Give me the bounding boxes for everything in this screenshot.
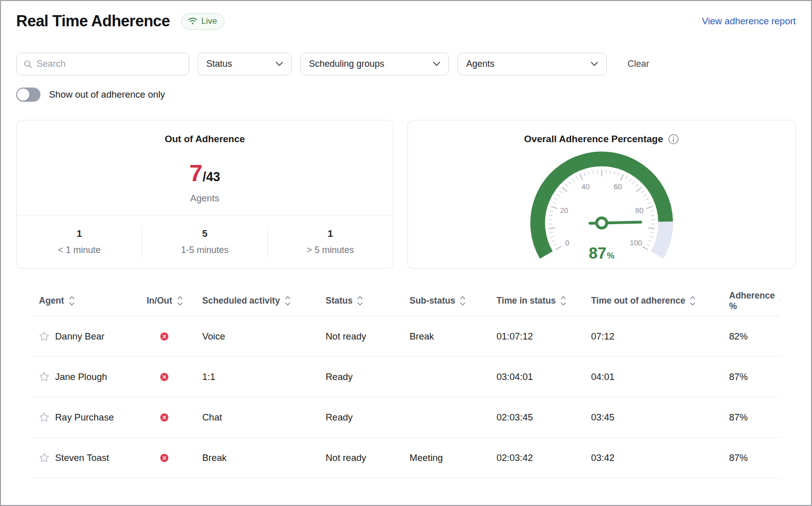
svg-text:0: 0 [565,239,569,247]
adherence-pct-cell: 87% [729,452,781,463]
table-header-row: Agent In/Out Scheduled activity Status S… [31,286,781,316]
breakdown-label: > 5 minutes [268,245,393,256]
adherence-pct-cell: 87% [729,371,781,383]
live-badge-label: Live [201,16,217,26]
adherence-gauge: 02040608010087% [525,146,678,263]
time-in-status-cell: 02:03:45 [497,412,591,423]
favorite-star-icon[interactable] [39,412,50,423]
info-icon[interactable] [668,134,679,145]
table-row: Danny Bear Voice Not ready Break 01:07:1… [31,316,781,357]
breakdown-label: 1-5 minutes [142,245,267,256]
agent-name: Steven Toast [55,452,109,463]
column-header-scheduled-activity[interactable]: Scheduled activity [202,296,326,306]
search-input[interactable] [37,59,182,69]
breakdown-over-5-minutes: 1 > 5 minutes [268,228,393,256]
agent-cell: Ray Purchase [39,412,147,423]
page-header: Real Time Adherence Live View adherence … [16,12,796,30]
svg-text:100: 100 [630,239,642,247]
agents-filter-label: Agents [466,59,494,69]
favorite-star-icon[interactable] [39,452,50,463]
summary-cards: Out of Adherence 7/43 Agents 1 < 1 minut… [16,120,796,269]
out-of-adherence-count-row: 7/43 [17,159,393,187]
chevron-down-icon [276,62,283,66]
sort-icon [460,296,466,306]
time-out-of-adherence-cell: 03:42 [591,452,729,463]
search-input-wrapper [16,53,189,75]
status-cell: Not ready [326,331,410,342]
status-cell: Not ready [326,452,410,463]
scheduled-activity-cell: Break [202,452,326,463]
out-of-adherence-icon [160,413,168,421]
agent-cell: Jane Plough [39,371,147,383]
out-of-adherence-summary: Out of Adherence 7/43 Agents [17,120,393,215]
show-out-of-adherence-toggle[interactable] [16,88,40,102]
out-of-adherence-title: Out of Adherence [17,134,393,145]
out-of-adherence-icon [160,373,168,381]
in-out-cell [147,413,202,421]
out-of-adherence-unit: Agents [17,193,393,204]
wifi-icon [188,17,198,25]
out-of-adherence-card: Out of Adherence 7/43 Agents 1 < 1 minut… [16,120,393,269]
scheduling-groups-filter-label: Scheduling groups [309,59,384,69]
time-out-of-adherence-cell: 04:01 [591,371,729,383]
out-of-adherence-total: /43 [203,170,220,184]
chevron-down-icon [433,62,440,66]
sort-icon [177,296,183,306]
svg-text:60: 60 [614,183,622,191]
search-icon [24,60,32,69]
status-cell: Ready [326,412,410,423]
sort-icon [285,296,291,306]
column-header-status[interactable]: Status [326,296,410,306]
svg-text:20: 20 [560,206,568,215]
agent-cell: Danny Bear [39,331,147,342]
adherence-toggle-row: Show out of adherence only [16,88,796,102]
agent-name: Jane Plough [55,371,107,383]
toggle-label: Show out of adherence only [49,89,165,100]
column-header-time-out-of-adherence[interactable]: Time out of adherence [591,296,729,306]
sort-icon [560,296,566,306]
status-filter-dropdown[interactable]: Status [198,53,292,75]
column-header-agent[interactable]: Agent [39,296,147,306]
breakdown-value: 5 [142,228,267,239]
real-time-adherence-page: Real Time Adherence Live View adherence … [1,1,811,478]
scheduled-activity-cell: Chat [202,412,326,423]
scheduling-groups-filter-dropdown[interactable]: Scheduling groups [300,53,449,75]
breakdown-label: < 1 minute [17,245,142,256]
breakdown-value: 1 [17,228,142,239]
scheduled-activity-cell: 1:1 [202,371,326,383]
status-cell: Ready [326,371,410,383]
adherence-pct-cell: 82% [729,331,781,342]
breakdown-under-1-minute: 1 < 1 minute [17,228,142,256]
agent-name: Danny Bear [55,331,105,342]
sort-icon [357,296,363,306]
agents-filter-dropdown[interactable]: Agents [458,53,607,75]
status-filter-label: Status [206,59,232,69]
time-in-status-cell: 03:04:01 [497,371,591,383]
in-out-cell [147,373,202,381]
out-of-adherence-breakdown: 1 < 1 minute 5 1-5 minutes 1 > 5 minutes [17,216,393,268]
breakdown-1-5-minutes: 5 1-5 minutes [142,228,267,256]
column-header-sub-status[interactable]: Sub-status [410,296,497,306]
sort-icon [69,296,75,306]
column-header-in-out[interactable]: In/Out [147,296,202,306]
agent-cell: Steven Toast [39,452,147,463]
breakdown-value: 1 [268,228,393,239]
time-in-status-cell: 01:07:12 [497,331,591,342]
svg-text:87%: 87% [589,244,615,262]
sub-status-cell: Meeting [410,452,497,463]
column-header-time-in-status[interactable]: Time in status [497,296,591,306]
time-out-of-adherence-cell: 07:12 [591,331,729,342]
favorite-star-icon[interactable] [39,371,50,382]
clear-filters-button[interactable]: Clear [627,59,649,69]
out-of-adherence-icon [160,454,168,462]
view-adherence-report-link[interactable]: View adherence report [702,16,796,27]
time-out-of-adherence-cell: 03:45 [591,412,729,423]
agent-name: Ray Purchase [55,412,114,423]
sort-icon [779,296,781,306]
overall-adherence-card: Overall Adherence Percentage 02040608010… [408,120,796,269]
column-header-adherence-pct[interactable]: Adherence % [729,290,781,312]
table-row: Ray Purchase Chat Ready 02:03:45 03:45 8… [31,397,781,438]
page-title: Real Time Adherence [16,12,170,30]
favorite-star-icon[interactable] [39,331,50,342]
overall-adherence-title: Overall Adherence Percentage [524,134,663,145]
